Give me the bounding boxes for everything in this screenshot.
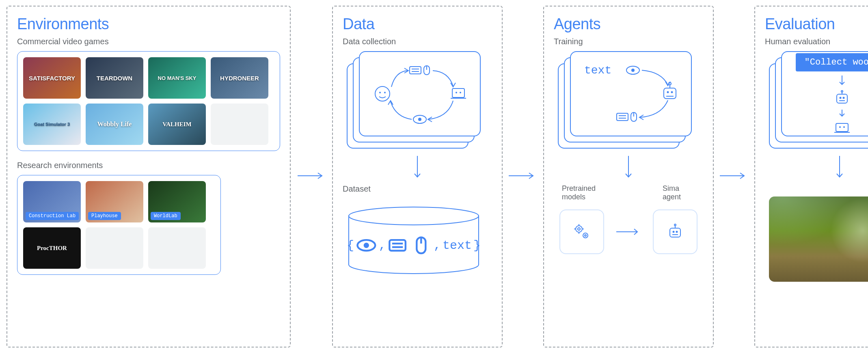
commercial-games-card: SATISFACTORY TEARDOWN NO MAN'S SKY HYDRO… xyxy=(17,51,280,151)
stage-arrow-icon xyxy=(509,175,537,176)
svg-point-61 xyxy=(841,91,843,92)
down-arrow-icon xyxy=(839,76,845,86)
svg-point-26 xyxy=(631,69,635,72)
down-arrow-icon xyxy=(343,156,492,182)
svg-point-66 xyxy=(843,126,845,128)
svg-rect-63 xyxy=(836,123,848,132)
pretrained-card xyxy=(559,209,604,254)
research-thumb: WorldLab xyxy=(148,181,206,222)
eval-flow: "Collect wood" xyxy=(796,53,868,135)
game-thumb: HYDRONEER xyxy=(211,57,268,99)
data-loop-icon xyxy=(367,59,473,128)
research-envs-card: Construction Lab Playhouse WorldLab Proc… xyxy=(17,175,221,275)
robot-icon xyxy=(665,222,685,242)
mouse-icon xyxy=(410,235,432,256)
training-label: Training xyxy=(554,37,703,46)
game-screenshot xyxy=(769,196,868,282)
sima-label: Sima agent xyxy=(663,184,695,201)
svg-point-3 xyxy=(384,92,386,93)
down-arrow-icon xyxy=(554,156,703,182)
svg-point-12 xyxy=(460,92,461,93)
evaluation-title: Evaluation xyxy=(765,15,868,33)
down-arrow-icon xyxy=(839,110,845,118)
gears-icon xyxy=(572,222,592,242)
dataset-cylinder: { , , text } xyxy=(347,206,481,275)
svg-point-45 xyxy=(583,233,588,238)
eye-icon xyxy=(356,235,377,256)
svg-point-39 xyxy=(576,226,582,232)
research-thumb: Playhouse xyxy=(86,181,143,222)
stage-arrow-icon xyxy=(298,175,326,176)
pretrained-label: Pretrained models xyxy=(562,184,611,201)
game-thumb-empty xyxy=(211,104,268,145)
text-label: text xyxy=(584,64,611,77)
svg-point-18 xyxy=(364,243,369,248)
gamepad-icon xyxy=(833,122,851,135)
svg-rect-9 xyxy=(452,88,464,97)
agents-panel: Agents Training text Pretrained models S… xyxy=(543,6,714,348)
arrow-right-icon xyxy=(616,228,641,236)
evaluation-stack: "Collect wood" xyxy=(769,51,868,149)
svg-point-49 xyxy=(673,231,675,233)
down-arrow-icon xyxy=(765,156,868,182)
agents-sublabels: Pretrained models Sima agent xyxy=(554,184,703,201)
dataset-content: { , , text } xyxy=(347,235,481,256)
environments-title: Environments xyxy=(17,15,280,33)
svg-rect-27 xyxy=(664,88,676,99)
svg-point-14 xyxy=(418,118,421,121)
svg-rect-56 xyxy=(837,94,847,103)
dataset-label: Dataset xyxy=(343,184,492,194)
data-collection-stack xyxy=(347,51,481,149)
robot-icon xyxy=(833,90,851,106)
evaluation-panel: Evaluation Human evaluation "Collect woo… xyxy=(754,6,868,348)
training-stack: text xyxy=(558,51,692,149)
svg-point-2 xyxy=(379,92,381,93)
environments-panel: Environments Commercial video games SATI… xyxy=(6,6,291,348)
commercial-label: Commercial video games xyxy=(17,37,280,46)
game-thumb: NO MAN'S SKY xyxy=(148,57,206,99)
data-title: Data xyxy=(343,15,492,33)
game-thumb: VALHEIM xyxy=(148,104,206,145)
svg-rect-4 xyxy=(410,67,421,74)
research-thumb: Construction Lab xyxy=(23,181,81,222)
sima-card xyxy=(653,209,697,254)
svg-point-11 xyxy=(456,92,457,93)
svg-point-58 xyxy=(843,97,845,99)
svg-point-28 xyxy=(667,91,669,93)
keyboard-icon xyxy=(388,235,409,256)
training-loop-icon: text xyxy=(576,57,686,130)
svg-rect-33 xyxy=(617,113,628,121)
stage-arrow-icon xyxy=(720,175,748,176)
svg-point-53 xyxy=(674,224,676,226)
svg-point-57 xyxy=(840,97,842,99)
svg-point-1 xyxy=(375,86,390,101)
agents-title: Agents xyxy=(554,15,703,33)
research-thumb-empty xyxy=(148,227,206,269)
eval-task-badge: "Collect wood" xyxy=(796,53,868,71)
game-thumb: SATISFACTORY xyxy=(23,57,81,99)
svg-rect-48 xyxy=(670,228,680,237)
svg-rect-19 xyxy=(389,240,405,251)
research-label: Research environments xyxy=(17,161,280,170)
svg-point-46 xyxy=(585,235,586,236)
data-collection-label: Data collection xyxy=(343,37,492,46)
svg-point-50 xyxy=(676,231,678,233)
commercial-games-grid: SATISFACTORY TEARDOWN NO MAN'S SKY HYDRO… xyxy=(23,57,274,145)
data-panel: Data Data collection Datase xyxy=(332,6,503,348)
research-envs-grid: Construction Lab Playhouse WorldLab Proc… xyxy=(23,181,215,269)
svg-point-16 xyxy=(349,207,479,225)
research-thumb: ProcTHOR xyxy=(23,227,81,269)
svg-point-65 xyxy=(839,126,841,128)
research-thumb-empty xyxy=(86,227,143,269)
svg-point-29 xyxy=(671,91,673,93)
agents-row xyxy=(554,209,703,254)
game-thumb: TEARDOWN xyxy=(86,57,143,99)
svg-point-40 xyxy=(578,228,580,230)
game-thumb: Wobbly Life xyxy=(86,104,143,145)
game-thumb: Goat Simulator 3 xyxy=(23,104,81,145)
human-eval-label: Human evaluation xyxy=(765,37,868,46)
